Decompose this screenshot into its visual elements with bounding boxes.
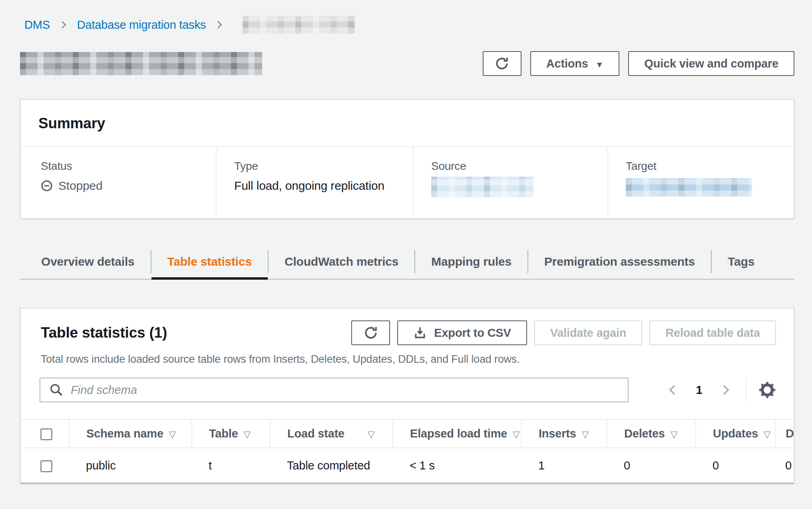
table-refresh-button[interactable] <box>351 320 390 345</box>
tab-tags[interactable]: Tags <box>712 245 770 279</box>
summary-field-target: Target <box>607 147 794 218</box>
select-all-cell <box>21 420 69 448</box>
validate-again-label: Validate again <box>550 326 627 340</box>
page-title-redacted <box>20 52 262 75</box>
column-header-elapsed-load-time[interactable]: Elapsed load time▽ <box>393 420 521 448</box>
page-header-actions: Actions ▼ Quick view and compare <box>483 51 794 76</box>
table-filter-row: 1 <box>21 366 794 402</box>
status-value: Stopped <box>41 179 208 193</box>
column-label: Deletes <box>624 427 665 440</box>
cell-ddls: 0 <box>776 448 794 482</box>
export-to-csv-label: Export to CSV <box>434 326 511 340</box>
source-value-redacted[interactable] <box>431 177 533 197</box>
breadcrumb-link-migration-tasks[interactable]: Database migration tasks <box>77 18 206 32</box>
column-label: Schema name <box>86 427 163 440</box>
cell-schema-name: public <box>69 448 192 482</box>
sort-icon: ▽ <box>764 429 771 439</box>
source-label: Source <box>431 160 599 173</box>
export-to-csv-button[interactable]: Export to CSV <box>397 320 527 345</box>
column-header-load-state[interactable]: Load state▽ <box>270 420 393 448</box>
column-label: Inserts <box>539 427 576 440</box>
table-statistics-header: Table statistics (1) <box>21 308 794 345</box>
column-header-schema-name[interactable]: Schema name▽ <box>69 420 192 448</box>
circle-minus-icon <box>41 180 53 192</box>
sort-icon: ▽ <box>244 429 251 439</box>
dms-task-page: DMS Database migration tasks Actions <box>0 16 812 484</box>
row-select-cell <box>21 448 69 482</box>
column-header-deletes[interactable]: Deletes▽ <box>607 420 696 448</box>
sort-icon: ▽ <box>368 429 375 439</box>
column-header-ddls[interactable]: DDLs▽ <box>776 420 794 448</box>
cell-deletes: 0 <box>607 448 696 482</box>
tab-mapping-rules[interactable]: Mapping rules <box>415 245 527 279</box>
tab-premigration-assessments[interactable]: Premigration assessments <box>528 245 711 279</box>
quick-view-and-compare-button[interactable]: Quick view and compare <box>628 51 794 76</box>
summary-field-source: Source <box>413 147 607 218</box>
column-header-table[interactable]: Table▽ <box>192 420 270 448</box>
summary-field-status: Status Stopped <box>21 147 216 218</box>
find-schema-input[interactable] <box>40 378 629 402</box>
cell-load-state: Table completed <box>270 448 393 482</box>
page-header: Actions ▼ Quick view and compare <box>20 51 794 76</box>
tab-cloudwatch-metrics[interactable]: CloudWatch metrics <box>269 245 414 279</box>
table-statistics-description: Total rows include loaded source table r… <box>21 345 794 366</box>
table-header-row: Schema name▽ Table▽ Load state▽ Elapsed … <box>21 420 794 448</box>
column-header-inserts[interactable]: Inserts▽ <box>521 420 607 448</box>
schema-search-box <box>40 378 629 402</box>
target-value-redacted[interactable] <box>626 178 752 197</box>
quick-view-button-label: Quick view and compare <box>644 57 778 70</box>
refresh-icon <box>495 56 509 71</box>
chevron-left-icon <box>666 384 679 396</box>
pager-divider <box>746 379 746 401</box>
reload-table-data-label: Reload table data <box>665 326 760 340</box>
breadcrumb-chevron-icon <box>215 20 224 30</box>
gear-icon <box>758 381 776 399</box>
table-preferences-button[interactable] <box>758 381 776 399</box>
column-label: DDLs <box>786 427 794 440</box>
cell-elapsed-load-time: < 1 s <box>393 448 521 482</box>
summary-card: Summary Status Stopped Type Full load, <box>20 99 794 219</box>
next-page-button <box>719 384 732 396</box>
caret-down-icon: ▼ <box>595 60 604 69</box>
column-header-updates[interactable]: Updates▽ <box>696 420 776 448</box>
type-value: Full load, ongoing replication <box>234 179 405 193</box>
column-label: Load state <box>287 427 344 440</box>
breadcrumb-current-redacted <box>243 16 355 34</box>
summary-card-header: Summary <box>21 100 794 146</box>
table-statistics-table: Schema name▽ Table▽ Load state▽ Elapsed … <box>21 419 794 483</box>
actions-button-label: Actions <box>546 57 588 70</box>
actions-button[interactable]: Actions ▼ <box>530 51 620 76</box>
chevron-right-icon <box>719 384 732 396</box>
table-statistics-title: Table statistics (1) <box>41 324 167 341</box>
sort-icon: ▽ <box>513 429 520 439</box>
pagination: 1 <box>666 379 776 401</box>
target-label: Target <box>626 160 786 173</box>
column-label: Updates <box>713 427 758 440</box>
reload-table-data-button: Reload table data <box>649 320 776 345</box>
cell-inserts: 1 <box>521 448 607 482</box>
table-row: public t Table completed < 1 s 1 0 0 0 <box>21 448 794 482</box>
refresh-button[interactable] <box>483 51 521 76</box>
refresh-icon <box>364 326 378 340</box>
summary-field-type: Type Full load, ongoing replication <box>216 147 413 218</box>
table-statistics-toolbar: Export to CSV Validate again Reload tabl… <box>351 320 776 345</box>
tab-overview-details[interactable]: Overview details <box>20 245 151 279</box>
table-statistics-card: Table statistics (1) <box>20 308 794 484</box>
download-icon <box>413 326 427 340</box>
cell-table: t <box>192 448 270 482</box>
status-label: Status <box>41 160 208 173</box>
column-label: Table <box>209 427 238 440</box>
status-text: Stopped <box>58 179 102 193</box>
sort-icon: ▽ <box>169 429 176 439</box>
current-page-button[interactable]: 1 <box>693 383 705 397</box>
breadcrumb-link-dms[interactable]: DMS <box>24 18 50 32</box>
cell-updates: 0 <box>696 448 776 482</box>
task-detail-tabs: Overview details Table statistics CloudW… <box>20 245 794 280</box>
select-all-checkbox[interactable] <box>40 428 52 440</box>
previous-page-button <box>666 384 679 396</box>
sort-icon: ▽ <box>582 429 589 439</box>
breadcrumb-chevron-icon <box>59 20 68 30</box>
row-checkbox[interactable] <box>40 460 52 472</box>
summary-card-body: Status Stopped Type Full load, ongoing r… <box>21 146 794 218</box>
tab-table-statistics[interactable]: Table statistics <box>151 245 268 279</box>
